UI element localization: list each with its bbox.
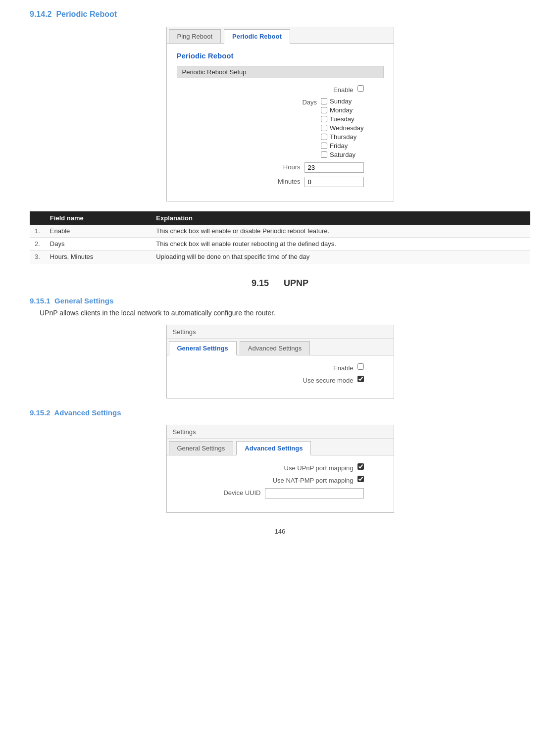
nat-pmp-checkbox[interactable] [357,476,364,482]
advanced-settings-panel-wrapper: Settings General Settings Advanced Setti… [30,425,530,513]
checkbox-sunday[interactable] [321,98,327,104]
hours-label: Hours [266,162,301,171]
thursday-label: Thursday [330,133,356,141]
hours-input[interactable] [305,162,364,173]
row-2-field: Days [45,238,151,250]
advanced-settings-body: Use UPnP port mapping Use NAT-PMP port m… [167,455,394,512]
periodic-reboot-tabs: Ping Reboot Periodic Reboot [167,27,394,44]
table-header-num [30,211,45,225]
row-1-explanation: This check box will enable or disable Pe… [151,225,530,238]
upnp-port-checkbox[interactable] [357,463,364,470]
table-header-explanation: Explanation [151,211,530,225]
enable-label: Enable [319,85,354,94]
friday-label: Friday [330,142,348,149]
upnp-enable-row: Enable [177,363,384,372]
device-uuid-label: Device UUID [182,488,261,497]
checkbox-tuesday[interactable] [321,116,327,122]
minutes-input[interactable] [305,177,364,187]
checkbox-wednesday[interactable] [321,125,327,131]
checkbox-monday[interactable] [321,107,327,113]
upnp-enable-label: Enable [294,363,354,372]
row-1-field: Enable [45,225,151,238]
day-thursday: Thursday [321,133,363,141]
day-sunday: Sunday [321,98,363,105]
secure-mode-row: Use secure mode [177,376,384,384]
wednesday-label: Wednesday [330,124,363,132]
general-settings-title-bar: Settings [167,325,394,339]
periodic-reboot-body: Periodic Reboot Periodic Reboot Setup En… [167,44,394,201]
general-settings-panel-wrapper: Settings General Settings Advanced Setti… [30,325,530,398]
table-row: 3. Hours, Minutes Uploading will be done… [30,250,530,263]
tab-periodic-reboot[interactable]: Periodic Reboot [224,29,290,44]
day-saturday: Saturday [321,151,363,158]
tab-general-settings-2[interactable]: General Settings [169,441,234,455]
monday-label: Monday [330,106,353,114]
upnp-enable-checkbox[interactable] [357,363,364,370]
saturday-label: Saturday [330,151,356,158]
upnp-description: UPnP allows clients in the local network… [40,309,530,317]
advanced-settings-title-bar: Settings [167,425,394,439]
tab-advanced-settings[interactable]: Advanced Settings [240,341,310,355]
row-1-num: 1. [30,225,45,238]
table-row: 2. Days This check box will enable route… [30,238,530,250]
page-number: 146 [30,528,530,535]
table-row: 1. Enable This check box will enable or … [30,225,530,238]
days-label: Days [282,98,317,106]
tab-advanced-settings-2[interactable]: Advanced Settings [236,441,311,455]
upnp-port-label: Use UPnP port mapping [274,463,354,472]
secure-mode-checkbox[interactable] [357,376,364,382]
section-9-15-2: 9.15.2 Advanced Settings Settings Genera… [30,408,530,513]
periodic-reboot-inner-title: Periodic Reboot [177,51,384,60]
row-2-explanation: This check box will enable router reboot… [151,238,530,250]
device-uuid-row: Device UUID [177,488,384,498]
general-settings-tabs: General Settings Advanced Settings [167,339,394,355]
days-checkbox-group: Sunday Monday Tuesday Wednesday [321,98,363,158]
day-monday: Monday [321,106,363,114]
nat-pmp-row: Use NAT-PMP port mapping [177,476,384,484]
periodic-reboot-panel-wrapper: Ping Reboot Periodic Reboot Periodic Reb… [30,27,530,201]
checkbox-thursday[interactable] [321,134,327,140]
enable-row: Enable [177,85,384,94]
secure-mode-label: Use secure mode [294,376,354,384]
advanced-settings-panel: Settings General Settings Advanced Setti… [166,425,394,513]
general-settings-panel: Settings General Settings Advanced Setti… [166,325,394,398]
checkbox-saturday[interactable] [321,151,327,158]
sunday-label: Sunday [330,98,352,105]
section-9-14-2-heading: 9.14.2 Periodic Reboot [30,10,530,19]
hours-row: Hours [177,162,384,173]
table-header-field: Field name [45,211,151,225]
device-uuid-input[interactable] [265,488,364,498]
minutes-row: Minutes [177,177,384,187]
chapter-9-15-heading: 9.15 UPNP [30,278,530,289]
nat-pmp-label: Use NAT-PMP port mapping [273,476,354,484]
section-9-14-2: 9.14.2 Periodic Reboot Ping Reboot Perio… [30,10,530,263]
minutes-label: Minutes [266,177,301,185]
section-9-15-1-heading: 9.15.1 General Settings [30,297,530,305]
section-9-15: 9.15 UPNP 9.15.1 General Settings UPnP a… [30,278,530,513]
periodic-reboot-panel: Ping Reboot Periodic Reboot Periodic Reb… [166,27,394,201]
day-friday: Friday [321,142,363,149]
tuesday-label: Tuesday [330,115,354,123]
day-wednesday: Wednesday [321,124,363,132]
row-3-explanation: Uploading will be done on that specific … [151,250,530,263]
row-2-num: 2. [30,238,45,250]
days-row: Days Sunday Monday Tuesday [177,98,384,158]
day-tuesday: Tuesday [321,115,363,123]
advanced-settings-tabs: General Settings Advanced Settings [167,439,394,455]
periodic-reboot-setup-label: Periodic Reboot Setup [177,66,384,78]
general-settings-body: Enable Use secure mode [167,355,394,398]
tab-general-settings[interactable]: General Settings [169,341,237,355]
section-9-15-1: 9.15.1 General Settings UPnP allows clie… [30,297,530,398]
section-9-15-2-heading: 9.15.2 Advanced Settings [30,408,530,417]
row-3-num: 3. [30,250,45,263]
enable-checkbox[interactable] [357,85,364,92]
upnp-port-row: Use UPnP port mapping [177,463,384,472]
checkbox-friday[interactable] [321,143,327,149]
row-3-field: Hours, Minutes [45,250,151,263]
periodic-reboot-table: Field name Explanation 1. Enable This ch… [30,211,530,263]
tab-ping-reboot[interactable]: Ping Reboot [169,29,221,43]
